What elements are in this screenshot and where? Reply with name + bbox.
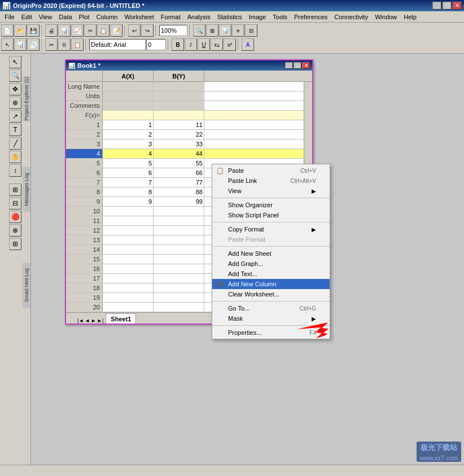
cell-19-b[interactable]	[154, 293, 204, 303]
cell-16-b[interactable]	[154, 264, 204, 274]
sidebar-btn-extra1[interactable]: ⊞	[9, 184, 21, 196]
cell-12-b[interactable]	[154, 226, 204, 235]
ctx-show-script[interactable]: Show Script Panel	[212, 210, 330, 220]
cell-u-b[interactable]	[154, 91, 204, 101]
cell-5-b[interactable]: 55	[154, 159, 204, 168]
menu-view[interactable]: View	[36, 12, 56, 21]
ctx-goto[interactable]: Go To... Ctrl+G	[212, 303, 330, 313]
tb2-btn-2[interactable]: 📊	[14, 38, 27, 51]
menu-file[interactable]: File	[1, 12, 18, 21]
col-header-b[interactable]: B(Y)	[154, 71, 204, 82]
ctx-paste[interactable]: 📋 Paste Ctrl+V	[212, 165, 330, 176]
cell-13-a[interactable]	[103, 235, 154, 245]
tab-next[interactable]: ►	[91, 318, 96, 324]
cell-11-a[interactable]	[103, 216, 154, 226]
cell-9-b[interactable]: 99	[154, 197, 204, 207]
ctx-copy-format[interactable]: Copy Format ▶	[212, 224, 330, 234]
paste-button[interactable]: 📋	[71, 38, 84, 51]
underline-button[interactable]: U	[198, 38, 210, 51]
ctx-paste-link[interactable]: Paste Link Ctrl+Alt+V	[212, 176, 330, 186]
ctx-clear-worksheet[interactable]: Clear Worksheet...	[212, 289, 330, 299]
cell-17-b[interactable]	[154, 274, 204, 283]
cell-18-b[interactable]	[154, 283, 204, 293]
subscript-button[interactable]: x₂	[211, 38, 223, 51]
sidebar-btn-extra4[interactable]: ⊗	[9, 224, 21, 237]
sidebar-btn-target[interactable]: ⊕	[9, 97, 21, 109]
cell-19-a[interactable]	[103, 293, 154, 303]
tb2-btn-3[interactable]: 📉	[27, 38, 40, 51]
ctx-add-text[interactable]: Add Text...	[212, 269, 330, 279]
menu-data[interactable]: Data	[55, 12, 75, 21]
tb-btn-8[interactable]: 🔍	[193, 24, 205, 37]
cell-ln-a[interactable]	[103, 82, 154, 91]
fontsize-input[interactable]	[146, 39, 166, 50]
sheet-maximize[interactable]: □	[294, 62, 301, 69]
cell-8-a[interactable]: 8	[103, 187, 154, 197]
cell-u-a[interactable]	[103, 91, 154, 101]
cell-4-a[interactable]: 4	[103, 149, 154, 159]
cell-11-b[interactable]	[154, 216, 204, 226]
tb-btn-4[interactable]: 📈	[71, 24, 84, 37]
italic-button[interactable]: I	[185, 38, 197, 51]
cell-10-b[interactable]	[154, 207, 204, 216]
sidebar-btn-move[interactable]: ✥	[9, 83, 21, 95]
tb2-btn-1[interactable]: ↖	[1, 38, 14, 51]
cell-fx-a[interactable]	[103, 111, 154, 120]
cut-button[interactable]: ✂	[45, 38, 58, 51]
cell-16-a[interactable]	[103, 264, 154, 274]
cell-7-a[interactable]: 7	[103, 178, 154, 187]
cell-20-a[interactable]	[103, 303, 154, 312]
cell-ln-b[interactable]	[154, 82, 204, 91]
menu-column[interactable]: Column	[93, 12, 121, 21]
tb-btn-3[interactable]: 📊	[58, 24, 71, 37]
ctx-mask[interactable]: Mask ▶	[212, 313, 330, 324]
ctx-paste-format[interactable]: Paste Format	[212, 234, 330, 244]
copy-button[interactable]: ⎘	[58, 38, 71, 51]
cell-1-a[interactable]: 1	[103, 120, 154, 130]
save-button[interactable]: 💾	[27, 24, 40, 37]
sheet-minimize[interactable]: _	[285, 62, 293, 69]
cell-1-b[interactable]: 11	[154, 120, 204, 130]
maximize-button[interactable]: □	[443, 2, 452, 10]
sidebar-btn-extra3[interactable]: 🔴	[9, 211, 21, 223]
cell-10-a[interactable]	[103, 207, 154, 216]
cell-14-b[interactable]	[154, 245, 204, 255]
cell-2-a[interactable]: 2	[103, 130, 154, 139]
ctx-add-column[interactable]: ➕ Add New Column	[212, 279, 330, 289]
sidebar-btn-extra5[interactable]: ⊞	[9, 238, 21, 250]
menu-format[interactable]: Format	[157, 12, 184, 21]
cell-6-b[interactable]: 66	[154, 168, 204, 178]
menu-window[interactable]: Window	[371, 12, 400, 21]
col-header-a[interactable]: A(X)	[103, 71, 154, 82]
menu-worksheet[interactable]: Worksheet	[121, 12, 157, 21]
cell-18-a[interactable]	[103, 283, 154, 293]
menu-tools[interactable]: Tools	[269, 12, 291, 21]
cell-4-b[interactable]: 44	[154, 149, 204, 159]
menu-edit[interactable]: Edit	[18, 12, 36, 21]
ctx-add-graph[interactable]: Add Graph...	[212, 259, 330, 269]
cell-fx-b[interactable]	[154, 111, 204, 120]
tb-btn-10[interactable]: 📊	[219, 24, 231, 37]
cell-8-b[interactable]: 88	[154, 187, 204, 197]
cell-20-b[interactable]	[154, 303, 204, 312]
zoom-input[interactable]	[159, 25, 187, 36]
menu-help[interactable]: Help	[400, 12, 420, 21]
font-input[interactable]	[89, 39, 146, 50]
menu-connectivity[interactable]: Connectivity	[331, 12, 371, 21]
cell-c-a[interactable]	[103, 101, 154, 111]
sidebar-btn-zoom[interactable]: 🔍	[9, 69, 21, 82]
bold-button[interactable]: B	[172, 38, 184, 51]
close-button[interactable]: ✕	[453, 2, 462, 10]
sidebar-btn-extra2[interactable]: ⊟	[9, 197, 21, 209]
menu-plot[interactable]: Plot	[76, 12, 93, 21]
tab-prev[interactable]: ◄	[85, 318, 90, 324]
menu-statistics[interactable]: Statistics	[214, 12, 246, 21]
cell-15-b[interactable]	[154, 255, 204, 264]
cell-7-b[interactable]: 77	[154, 178, 204, 187]
redo-button[interactable]: ↪	[141, 24, 154, 37]
open-button[interactable]: 📂	[14, 24, 27, 37]
sheet-tab-1[interactable]: Sheet1	[106, 313, 136, 324]
tb-btn-11[interactable]: ≡	[232, 24, 244, 37]
menu-preferences[interactable]: Preferences	[291, 12, 331, 21]
cell-13-b[interactable]	[154, 235, 204, 245]
